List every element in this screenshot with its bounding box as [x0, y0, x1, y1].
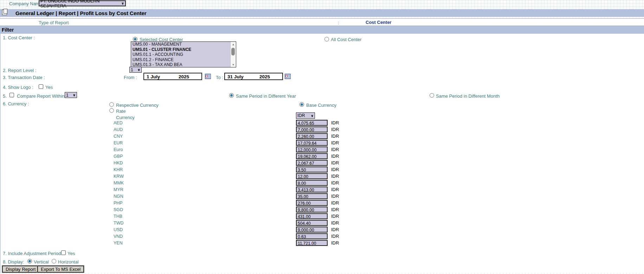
scrollbar-thumb[interactable] [231, 48, 235, 56]
type-of-report-colon: : [338, 20, 339, 25]
display-horizontal-label: Horizontal [58, 259, 79, 265]
calendar-icon[interactable] [205, 74, 211, 79]
same-period-year-radio[interactable] [229, 93, 234, 98]
listbox-scrollbar[interactable]: ▲ ▼ [230, 42, 236, 67]
currency-rate-suffix: IDR [331, 234, 339, 239]
cost-center-option[interactable]: UMS.00 - MANAGEMENT [131, 42, 231, 47]
base-currency-radio[interactable] [300, 102, 304, 107]
currency-rate-input[interactable]: 504.40 [296, 220, 328, 226]
currency-rate-input[interactable]: 431.00 [296, 213, 328, 219]
date-to-label: To : [216, 75, 223, 80]
currency-rate-input[interactable]: 9,800.00 [296, 207, 328, 213]
currency-rate-row: USD 9,000.00 IDR [0, 226, 387, 233]
currency-rate-suffix: IDR [331, 240, 339, 246]
base-currency-value: IDR [297, 113, 305, 118]
currency-code-label: NGN [114, 194, 123, 199]
cost-center-option[interactable]: UMS.01.3 - TAX AND BEA [131, 62, 231, 67]
all-cost-center-radio-label: All Cost Center [331, 37, 361, 42]
date-to-daymonth: 31 July [227, 74, 244, 79]
display-vertical-radio[interactable] [27, 259, 32, 263]
currency-rate-input[interactable]: 8.00 [296, 180, 328, 186]
currency-rate-input[interactable]: 12.00 [296, 173, 328, 179]
display-report-button[interactable]: Display Report [2, 266, 39, 273]
currency-code-label: MYR [114, 187, 123, 192]
currency-rate-row: MYR 3,413.00 IDR [0, 186, 387, 193]
currency-rate-row: AUD 7,000.00 IDR [0, 126, 387, 133]
currency-rate-suffix: IDR [331, 154, 339, 159]
cost-center-option[interactable]: UMS.01.1 - ACCOUNTING [131, 52, 231, 57]
chevron-down-icon: ∨ [73, 93, 76, 97]
calendar-icon[interactable] [285, 74, 291, 79]
compare-within-value: 1 [66, 93, 69, 98]
cost-center-option[interactable]: UMS.01.2 - FINANCE [131, 57, 231, 63]
currency-rate-row: HKD 2,067.67 IDR [0, 159, 387, 166]
currency-rate-input[interactable]: 2,260.00 [296, 133, 328, 139]
base-currency-select[interactable]: IDR ∨ [296, 112, 315, 119]
currency-rate-suffix: IDR [331, 174, 339, 179]
currency-rate-input[interactable]: 0.63 [296, 233, 328, 239]
export-excel-button[interactable]: Export To MS Excel [37, 266, 84, 273]
currency-code-label: AED [114, 120, 123, 125]
same-period-year-label: Same Period in Different Year [236, 93, 296, 99]
currency-code-label: EUR [114, 141, 123, 145]
respective-currency-label: Respective Currency [116, 103, 159, 108]
selected-cost-center-radio[interactable] [133, 37, 137, 41]
cost-center-label: 1. Cost Center : [3, 35, 35, 40]
report-level-select[interactable]: 1 ∨ [129, 67, 142, 73]
currency-rate-suffix: IDR [331, 220, 339, 226]
type-of-report-row [0, 18, 644, 26]
cost-center-option[interactable]: UMS.01 - CLUSTER FINANCE [131, 47, 231, 52]
show-logo-checkbox-label: Yes [45, 85, 53, 90]
display-vertical-label: Vertical [34, 259, 49, 265]
currency-rate-suffix: IDR [331, 167, 339, 172]
currency-rate-input[interactable]: 276.00 [296, 200, 328, 206]
currency-rate-input[interactable]: 9,000.00 [296, 227, 328, 233]
rate-radio[interactable] [109, 108, 114, 113]
currency-rate-row: VND 0.63 IDR [0, 233, 387, 240]
currency-rate-suffix: IDR [331, 200, 339, 205]
currency-rate-row: SGD 9,800.00 IDR [0, 206, 387, 213]
date-to-year: 2025 [259, 74, 270, 79]
date-to-input[interactable]: 31 July 2025 [224, 73, 283, 80]
scroll-up-icon[interactable]: ▲ [231, 42, 236, 47]
display-horizontal-radio[interactable] [52, 259, 56, 263]
profit-loss-report-page: Company Name : PT. UNGGUL INDO MODERN SE… [0, 0, 644, 274]
currency-code-label: USD [114, 227, 123, 232]
company-select[interactable]: PT. UNGGUL INDO MODERN SEJAHTERA ∨ [39, 0, 126, 6]
currency-code-label: Euro [114, 147, 123, 152]
adjustment-checkbox[interactable] [61, 250, 66, 255]
rate-radio-label: Rate [116, 109, 125, 114]
currency-rate-input[interactable]: 35.00 [296, 193, 328, 199]
currency-rate-suffix: IDR [331, 227, 339, 232]
all-cost-center-radio[interactable] [324, 37, 329, 41]
type-of-report-label: Type of Report [39, 20, 69, 25]
currency-rate-suffix: IDR [331, 133, 339, 139]
currency-rate-input[interactable]: 3.50 [296, 167, 328, 172]
cost-center-listbox[interactable]: UMS.00 - MANAGEMENT UMS.01 - CLUSTER FIN… [131, 41, 236, 67]
currency-rate-input[interactable]: 2,067.67 [296, 160, 328, 166]
company-name-label: Company Name [9, 1, 42, 6]
currency-rate-input[interactable]: 11,721.00 [296, 240, 328, 246]
scroll-down-icon[interactable]: ▼ [231, 62, 236, 67]
show-logo-checkbox[interactable] [39, 84, 43, 89]
adjustment-checkbox-label: Yes [67, 251, 75, 256]
compare-within-select[interactable]: 1 ∨ [65, 92, 77, 98]
respective-currency-radio[interactable] [109, 102, 114, 107]
currency-rate-row: MMK 8.00 IDR [0, 180, 387, 186]
currency-rate-input[interactable]: 19,062.00 [296, 153, 328, 159]
currency-rate-input[interactable]: 17,079.64 [296, 140, 328, 146]
date-from-input[interactable]: 1 July 2025 [143, 73, 202, 80]
currency-rate-input[interactable]: 7,000.00 [296, 126, 328, 132]
report-level-value: 1 [131, 67, 133, 72]
currency-rate-input[interactable]: 3,413.00 [296, 187, 328, 193]
currency-code-label: KHR [114, 167, 123, 172]
currency-rate-input[interactable]: 12,000.00 [296, 146, 328, 152]
currency-code-label: PHP [114, 201, 123, 205]
currency-rate-input[interactable]: 4,075.65 [296, 120, 328, 126]
currency-rate-row: NGN 35.00 IDR [0, 193, 387, 200]
currency-code-label: KRW [114, 174, 124, 179]
compare-checkbox[interactable] [9, 93, 14, 97]
same-period-month-radio[interactable] [430, 93, 434, 98]
filter-section-bar [0, 26, 644, 34]
compare-label: Compare Report Within : [17, 93, 67, 99]
